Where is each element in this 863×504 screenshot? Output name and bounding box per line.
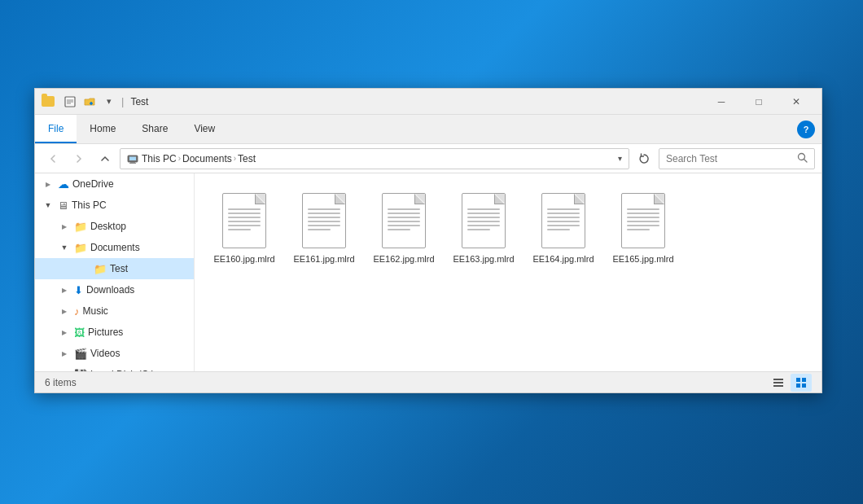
window-title: Test (130, 96, 148, 107)
sidebar-label-videos: Videos (90, 348, 120, 359)
up-button[interactable] (94, 147, 116, 170)
sidebar-item-onedrive[interactable]: ▶ ☁ OneDrive (35, 173, 194, 195)
tab-home[interactable]: Home (77, 115, 129, 143)
path-test: Test (238, 153, 256, 164)
sidebar: ▶ ☁ OneDrive ▼ 🖥 This PC ▶ 📁 Desktop ▼ 📁… (35, 173, 195, 371)
qat-undo-button[interactable]: ▾ (100, 93, 118, 111)
search-box[interactable] (659, 148, 815, 169)
sidebar-item-pictures[interactable]: ▶ 🖼 Pictures (35, 322, 194, 343)
path-this-pc: This PC (127, 153, 177, 164)
doc-lines-4 (467, 208, 500, 230)
svg-rect-18 (802, 383, 806, 388)
this-pc-icon: 🖥 (58, 199, 68, 212)
file-item-3[interactable]: EE162.jpg.mlrd (367, 186, 440, 271)
doc-lines-2 (308, 208, 340, 230)
minimize-button[interactable]: ─ (703, 89, 740, 115)
qat-properties-button[interactable] (61, 93, 79, 111)
downloads-icon: ⬇ (74, 284, 83, 296)
expand-desktop[interactable]: ▶ (58, 220, 71, 233)
maximize-button[interactable]: □ (740, 89, 778, 115)
sidebar-item-test[interactable]: 📁 Test (35, 258, 194, 279)
sidebar-item-documents[interactable]: ▼ 📁 Documents (35, 237, 194, 258)
forward-button[interactable] (68, 147, 90, 170)
videos-icon: 🎬 (74, 348, 87, 360)
file-name-1: EE160.jpg.mlrd (213, 253, 274, 265)
sidebar-label-documents: Documents (90, 242, 140, 253)
test-folder-icon: 📁 (94, 263, 107, 275)
doc-lines-6 (627, 208, 659, 230)
expand-downloads[interactable]: ▶ (58, 283, 71, 296)
file-area: EE160.jpg.mlrd EE161.jpg.mlrd (195, 173, 821, 371)
refresh-button[interactable] (633, 147, 655, 170)
expand-videos[interactable]: ▶ (58, 347, 71, 360)
documents-icon: 📁 (74, 242, 87, 254)
item-count: 6 items (45, 377, 768, 388)
path-chevron-1: › (178, 154, 181, 163)
file-item-1[interactable]: EE160.jpg.mlrd (208, 186, 281, 271)
address-bar: This PC › Documents › Test ▾ (35, 144, 821, 173)
file-icon-2 (302, 193, 346, 248)
window-controls: ─ □ ✕ (703, 89, 815, 115)
file-item-4[interactable]: EE163.jpg.mlrd (447, 186, 520, 271)
desktop-icon: 📁 (74, 221, 87, 233)
sidebar-item-music[interactable]: ▶ ♪ Music (35, 300, 194, 322)
title-bar: ▾ | Test ─ □ ✕ (35, 89, 821, 115)
file-item-6[interactable]: EE165.jpg.mlrd (607, 186, 680, 271)
view-large-icons-button[interactable] (791, 374, 812, 392)
expand-pictures[interactable]: ▶ (58, 326, 71, 339)
help-button[interactable]: ? (797, 121, 815, 138)
music-icon: ♪ (74, 305, 80, 318)
doc-lines-1 (228, 208, 261, 230)
sidebar-label-music: Music (83, 305, 108, 317)
svg-rect-9 (129, 163, 136, 164)
window-folder-icon (42, 95, 55, 108)
search-icon[interactable] (797, 152, 808, 165)
path-documents: Documents (182, 153, 232, 164)
back-button[interactable] (42, 147, 64, 170)
sidebar-item-desktop[interactable]: ▶ 📁 Desktop (35, 216, 194, 237)
expand-music[interactable]: ▶ (58, 305, 71, 318)
sidebar-item-local-disk[interactable]: ▶ 💾 Local Disk (C:) (35, 364, 194, 371)
address-path[interactable]: This PC › Documents › Test ▾ (120, 148, 629, 169)
close-button[interactable]: ✕ (778, 89, 815, 115)
file-icon-4 (462, 193, 506, 248)
expand-this-pc[interactable]: ▼ (42, 199, 55, 212)
sidebar-label-downloads: Downloads (86, 284, 134, 296)
expand-documents[interactable]: ▼ (58, 241, 71, 254)
view-details-button[interactable] (768, 374, 789, 392)
svg-rect-13 (773, 382, 783, 383)
explorer-window: ▾ | Test ─ □ ✕ File Home Share View ? (34, 88, 822, 393)
doc-lines-5 (547, 208, 580, 230)
disk-icon: 💾 (74, 369, 87, 372)
svg-rect-17 (796, 383, 800, 388)
ribbon-help: ? (797, 115, 821, 143)
svg-line-11 (804, 159, 808, 162)
ribbon: File Home Share View ? (35, 115, 821, 144)
qat-new-folder-button[interactable] (81, 93, 99, 111)
view-buttons (768, 374, 812, 392)
pictures-icon: 🖼 (74, 327, 85, 339)
svg-rect-16 (802, 378, 806, 382)
file-item-5[interactable]: EE164.jpg.mlrd (527, 186, 600, 271)
svg-rect-12 (773, 379, 783, 380)
sidebar-item-this-pc[interactable]: ▼ 🖥 This PC (35, 195, 194, 216)
sidebar-label-onedrive: OneDrive (72, 178, 114, 190)
expand-local-disk[interactable]: ▶ (58, 368, 71, 371)
file-name-6: EE165.jpg.mlrd (612, 253, 673, 265)
sidebar-label-local-disk: Local Disk (C:) (90, 369, 155, 371)
quick-access-toolbar: ▾ (61, 93, 118, 111)
path-dropdown-button[interactable]: ▾ (618, 154, 622, 163)
sidebar-item-videos[interactable]: ▶ 🎬 Videos (35, 343, 194, 364)
title-separator: | (121, 95, 124, 107)
file-item-2[interactable]: EE161.jpg.mlrd (287, 186, 361, 271)
title-bar-icons (42, 95, 55, 108)
expand-onedrive[interactable]: ▶ (42, 177, 55, 191)
sidebar-item-downloads[interactable]: ▶ ⬇ Downloads (35, 279, 194, 300)
onedrive-icon: ☁ (58, 177, 69, 191)
tab-file[interactable]: File (35, 115, 77, 143)
tab-share[interactable]: Share (129, 115, 181, 143)
file-name-2: EE161.jpg.mlrd (293, 253, 354, 265)
search-input[interactable] (666, 153, 794, 164)
svg-rect-14 (773, 385, 783, 387)
tab-view[interactable]: View (181, 115, 228, 143)
